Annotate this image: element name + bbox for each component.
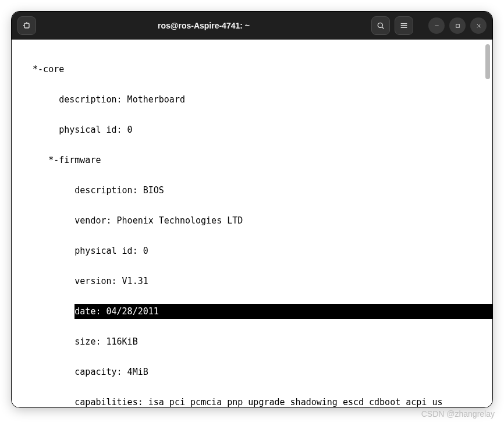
minimize-icon <box>434 23 440 29</box>
term-line: *-core <box>22 62 484 77</box>
titlebar: ros@ros-Aspire-4741: ~ <box>12 12 492 40</box>
minimize-button[interactable] <box>428 17 445 34</box>
svg-rect-2 <box>456 24 459 27</box>
maximize-button[interactable] <box>449 17 466 34</box>
close-button[interactable] <box>470 17 487 34</box>
term-line: version: V1.31 <box>22 274 484 289</box>
term-line: description: Motherboard <box>22 92 484 107</box>
new-tab-button[interactable] <box>17 16 36 35</box>
terminal-output[interactable]: *-core description: Motherboard physical… <box>12 40 492 407</box>
term-line: vendor: Phoenix Technologies LTD <box>22 213 484 228</box>
highlighted-text: date: 04/28/2011 <box>74 304 159 319</box>
search-button[interactable] <box>371 16 390 35</box>
term-line: *-firmware <box>22 153 484 168</box>
terminal-window: ros@ros-Aspire-4741: ~ *-core descriptio… <box>12 12 492 407</box>
highlight-fill <box>159 304 492 319</box>
search-icon <box>376 21 385 30</box>
svg-rect-0 <box>24 23 29 28</box>
term-line-highlighted: date: 04/28/2011 <box>22 304 484 319</box>
term-line: size: 116KiB <box>22 334 484 349</box>
maximize-icon <box>455 23 461 29</box>
menu-button[interactable] <box>395 16 413 35</box>
highlight-indent <box>22 306 74 317</box>
window-title: ros@ros-Aspire-4741: ~ <box>41 21 367 30</box>
term-line: physical id: 0 <box>22 122 484 137</box>
term-line: capabilities: isa pci pcmcia pnp upgrade… <box>22 395 484 407</box>
window-controls <box>428 17 487 34</box>
new-tab-icon <box>22 21 31 30</box>
term-line: physical id: 0 <box>22 243 484 258</box>
close-icon <box>475 23 482 29</box>
term-line: description: BIOS <box>22 183 484 198</box>
svg-point-1 <box>378 23 382 27</box>
watermark: CSDN @zhangrelay <box>421 409 495 419</box>
term-line: capacity: 4MiB <box>22 364 484 380</box>
scrollbar-thumb[interactable] <box>485 44 490 79</box>
hamburger-icon <box>399 21 409 30</box>
